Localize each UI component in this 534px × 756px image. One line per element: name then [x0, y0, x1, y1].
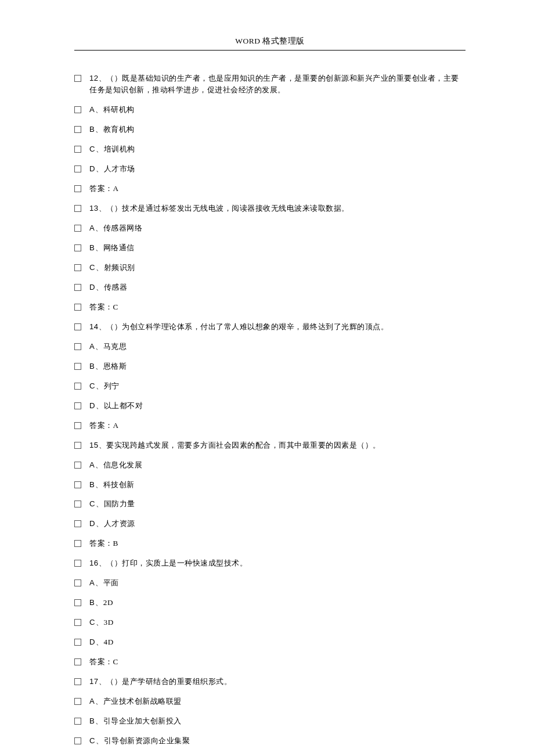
- option-line: C、列宁: [74, 380, 466, 392]
- option-line: C、3D: [74, 617, 466, 628]
- checkbox-icon[interactable]: [74, 481, 81, 488]
- option-text: C、3D: [89, 617, 114, 628]
- answer-line: 答案：A: [74, 183, 466, 195]
- checkbox-icon[interactable]: [74, 75, 81, 82]
- option-text: A、产业技术创新战略联盟: [89, 696, 182, 707]
- checkbox-icon[interactable]: [74, 383, 81, 390]
- option-text: A、传感器网络: [89, 222, 142, 234]
- answer-line: 答案：A: [74, 420, 466, 431]
- answer-text: 答案：A: [89, 420, 119, 431]
- checkbox-icon[interactable]: [74, 442, 81, 449]
- question-text: 12、（）既是基础知识的生产者，也是应用知识的生产者，是重要的创新源和新兴产业的…: [89, 73, 466, 96]
- checkbox-icon[interactable]: [74, 639, 81, 646]
- option-line: D、人才资源: [74, 518, 466, 530]
- option-line: C、引导创新资源向企业集聚: [74, 735, 466, 747]
- header-divider: [74, 50, 466, 51]
- question-line: 13、（）技术是通过标签发出无线电波，阅读器接收无线电波来读取数据。: [74, 203, 466, 214]
- checkbox-icon[interactable]: [74, 402, 81, 409]
- option-line: B、引导企业加大创新投入: [74, 715, 466, 727]
- option-line: D、4D: [74, 636, 466, 648]
- answer-line: 答案：C: [74, 301, 466, 313]
- question-text: 17、（）是产学研结合的重要组织形式。: [89, 676, 232, 687]
- option-text: A、平面: [89, 577, 119, 589]
- option-line: D、传感器: [74, 282, 466, 293]
- option-text: D、以上都不对: [89, 400, 143, 412]
- checkbox-icon[interactable]: [74, 106, 81, 113]
- checkbox-icon[interactable]: [74, 304, 81, 311]
- option-text: B、2D: [89, 597, 113, 609]
- checkbox-icon[interactable]: [74, 343, 81, 350]
- option-line: A、平面: [74, 577, 466, 589]
- checkbox-icon[interactable]: [74, 678, 81, 685]
- checkbox-icon[interactable]: [74, 244, 81, 251]
- option-line: B、恩格斯: [74, 361, 466, 372]
- option-line: A、马克思: [74, 341, 466, 352]
- answer-text: 答案：A: [89, 183, 119, 195]
- option-line: B、教育机构: [74, 124, 466, 135]
- option-text: B、恩格斯: [89, 361, 127, 372]
- checkbox-icon[interactable]: [74, 462, 81, 469]
- checkbox-icon[interactable]: [74, 579, 81, 586]
- question-line: 15、要实现跨越式发展，需要多方面社会因素的配合，而其中最重要的因素是（）。: [74, 440, 466, 451]
- option-text: D、人才市场: [89, 163, 135, 175]
- checkbox-icon[interactable]: [74, 323, 81, 330]
- checkbox-icon[interactable]: [74, 698, 81, 705]
- option-text: A、信息化发展: [89, 459, 142, 471]
- option-line: C、培训机构: [74, 143, 466, 155]
- option-text: A、马克思: [89, 341, 127, 352]
- question-line: 16、（）打印，实质上是一种快速成型技术。: [74, 557, 466, 569]
- checkbox-icon[interactable]: [74, 422, 81, 429]
- page-header: WORD 格式整理版: [74, 36, 466, 50]
- checkbox-icon[interactable]: [74, 737, 81, 744]
- option-line: C、射频识别: [74, 262, 466, 273]
- checkbox-icon[interactable]: [74, 599, 81, 606]
- question-text: 16、（）打印，实质上是一种快速成型技术。: [89, 557, 247, 569]
- question-text: 14、（）为创立科学理论体系，付出了常人难以想象的艰辛，最终达到了光辉的顶点。: [89, 321, 388, 333]
- option-text: C、培训机构: [89, 143, 135, 155]
- checkbox-icon[interactable]: [74, 284, 81, 291]
- option-line: A、产业技术创新战略联盟: [74, 696, 466, 707]
- checkbox-icon[interactable]: [74, 165, 81, 172]
- answer-text: 答案：B: [89, 538, 118, 549]
- option-text: D、4D: [89, 636, 114, 648]
- option-text: C、列宁: [89, 380, 120, 392]
- checkbox-icon[interactable]: [74, 205, 81, 212]
- option-text: B、引导企业加大创新投入: [89, 715, 182, 727]
- checkbox-icon[interactable]: [74, 126, 81, 133]
- checkbox-icon[interactable]: [74, 501, 81, 507]
- checkbox-icon[interactable]: [74, 185, 81, 192]
- checkbox-icon[interactable]: [74, 520, 81, 527]
- option-text: A、科研机构: [89, 104, 135, 116]
- checkbox-icon[interactable]: [74, 264, 81, 271]
- option-line: D、人才市场: [74, 163, 466, 175]
- option-line: C、国防力量: [74, 498, 466, 510]
- option-text: B、网络通信: [89, 242, 135, 254]
- option-line: D、以上都不对: [74, 400, 466, 412]
- checkbox-icon[interactable]: [74, 619, 81, 626]
- checkbox-icon[interactable]: [74, 225, 81, 232]
- checkbox-icon[interactable]: [74, 658, 81, 665]
- checkbox-icon[interactable]: [74, 560, 81, 567]
- checkbox-icon[interactable]: [74, 363, 81, 370]
- question-text: 13、（）技术是通过标签发出无线电波，阅读器接收无线电波来读取数据。: [89, 203, 349, 214]
- question-text: 15、要实现跨越式发展，需要多方面社会因素的配合，而其中最重要的因素是（）。: [89, 440, 381, 451]
- option-text: B、科技创新: [89, 479, 135, 491]
- option-text: B、教育机构: [89, 124, 135, 135]
- option-line: A、传感器网络: [74, 222, 466, 234]
- option-text: D、人才资源: [89, 518, 135, 530]
- question-line: 12、（）既是基础知识的生产者，也是应用知识的生产者，是重要的创新源和新兴产业的…: [74, 73, 466, 96]
- checkbox-icon[interactable]: [74, 718, 81, 725]
- question-line: 14、（）为创立科学理论体系，付出了常人难以想象的艰辛，最终达到了光辉的顶点。: [74, 321, 466, 333]
- answer-line: 答案：C: [74, 656, 466, 668]
- option-line: B、科技创新: [74, 479, 466, 491]
- answer-text: 答案：C: [89, 656, 118, 668]
- option-text: C、射频识别: [89, 262, 135, 273]
- option-line: A、科研机构: [74, 104, 466, 116]
- checkbox-icon[interactable]: [74, 540, 81, 547]
- question-line: 17、（）是产学研结合的重要组织形式。: [74, 676, 466, 687]
- option-line: B、网络通信: [74, 242, 466, 254]
- option-text: D、传感器: [89, 282, 127, 293]
- option-line: B、2D: [74, 597, 466, 609]
- option-text: C、国防力量: [89, 498, 135, 510]
- checkbox-icon[interactable]: [74, 146, 81, 153]
